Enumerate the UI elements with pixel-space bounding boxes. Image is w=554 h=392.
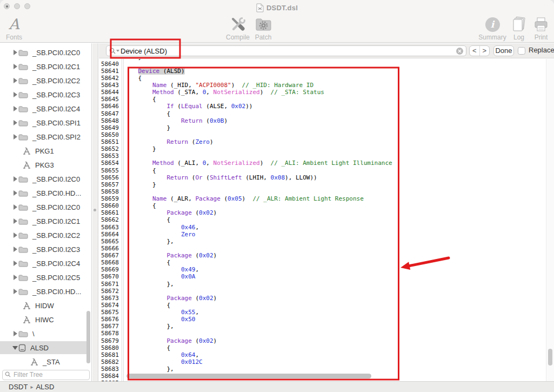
filter-tree-input[interactable]: [2, 370, 90, 380]
code-line[interactable]: 58648 Return (0x0B): [99, 117, 546, 124]
toolbar-patch-button[interactable]: Patch: [251, 16, 276, 41]
code-line[interactable]: 58680 {: [99, 344, 546, 351]
code-line[interactable]: 58657 }: [99, 181, 546, 188]
tree-item--[interactable]: \: [0, 327, 86, 340]
code-line[interactable]: 58651 Return (Zero): [99, 138, 546, 145]
code-line[interactable]: 58645 {: [99, 96, 546, 103]
code-line[interactable]: 58679 Package (0x02): [99, 337, 546, 344]
tree-item--sb-pci0-hd-[interactable]: _SB.PCI0.HD...: [0, 285, 86, 298]
code-line[interactable]: 58668 {: [99, 259, 546, 266]
code-line[interactable]: 58678: [99, 330, 546, 337]
code-line[interactable]: 58646 If (LEqual (ALSE, 0x02)): [99, 103, 546, 110]
tree-item--sb-pci0-spi2[interactable]: _SB.PCI0.SPI2: [0, 130, 86, 143]
code-line[interactable]: 58650: [99, 131, 546, 138]
disclosure-triangle-icon[interactable]: [12, 261, 18, 266]
code-area[interactable]: 58639 }5864058641 Device (ALSD)58642 {58…: [99, 59, 546, 381]
disclosure-triangle-icon[interactable]: [12, 78, 18, 83]
tree-item--sb-pci0-spi1[interactable]: _SB.PCI0.SPI1: [0, 116, 86, 129]
code-line[interactable]: 58666: [99, 245, 546, 252]
disclosure-triangle-icon[interactable]: [12, 50, 18, 55]
disclosure-triangle-icon[interactable]: [12, 247, 18, 252]
tree-item--sb-pci0-i2c5[interactable]: _SB.PCI0.I2C5: [0, 271, 86, 284]
code-line[interactable]: 58677 },: [99, 323, 546, 330]
tree-item--sb-pci0-i2c2[interactable]: _SB.PCI0.I2C2: [0, 74, 86, 87]
tree-item--sb-pci0-i2c4[interactable]: _SB.PCI0.I2C4: [0, 102, 86, 115]
disclosure-triangle-icon[interactable]: [12, 190, 18, 196]
replace-checkbox[interactable]: [518, 47, 525, 55]
toolbar-compile-button[interactable]: Compile: [224, 16, 252, 41]
vertical-scrollbar-thumb[interactable]: [548, 349, 552, 366]
code-line[interactable]: 58681 0x64,: [99, 351, 546, 358]
toolbar-log-button[interactable]: Log: [509, 16, 529, 41]
code-line[interactable]: 58682 0x012C: [99, 358, 546, 366]
disclosure-triangle-icon[interactable]: [12, 232, 18, 238]
code-line[interactable]: 58649 }: [99, 124, 546, 131]
search-menu-chevron-icon[interactable]: [116, 50, 119, 52]
code-line[interactable]: 58664 Zero: [99, 231, 546, 238]
tree-item--sb-pci0-hd-[interactable]: _SB.PCI0.HD...: [0, 187, 86, 200]
clear-search-button[interactable]: [456, 48, 463, 55]
code-line[interactable]: 58654 Method (_ALI, 0, NotSerialized) //…: [99, 160, 546, 167]
find-next-button[interactable]: >: [480, 46, 490, 56]
disclosure-triangle-icon[interactable]: [12, 92, 18, 97]
disclosure-triangle-icon[interactable]: [12, 289, 18, 294]
code-line[interactable]: 58669 0x49,: [99, 266, 546, 273]
disclosure-triangle-icon[interactable]: [12, 346, 18, 350]
code-line[interactable]: 58659 Name (_ALR, Package (0x05) // _ALR…: [99, 195, 546, 202]
find-input[interactable]: [106, 45, 466, 56]
code-line[interactable]: 58655 {: [99, 167, 546, 174]
disclosure-triangle-icon[interactable]: [12, 134, 18, 139]
code-line[interactable]: 58675 0x55,: [99, 309, 546, 316]
code-line[interactable]: 58670 0x0A: [99, 273, 546, 280]
code-line[interactable]: 58647 {: [99, 110, 546, 117]
toolbar-print-button[interactable]: Print: [530, 16, 552, 41]
code-line[interactable]: 58643 Name (_HID, "ACPI0008") // _HID: H…: [99, 82, 546, 89]
code-line[interactable]: 58676 0x50: [99, 316, 546, 323]
code-line[interactable]: 58661 Package (0x02): [99, 209, 546, 216]
tree-item--sb-pci0-i2c1[interactable]: _SB.PCI0.I2C1: [0, 60, 86, 73]
tree-item-hidw[interactable]: HIDW: [0, 299, 86, 312]
tree-item--sb-pci0-i2c0[interactable]: _SB.PCI0.I2C0: [0, 172, 86, 185]
disclosure-triangle-icon[interactable]: [12, 331, 18, 336]
tree-item--sb-pci0-i2c3[interactable]: _SB.PCI0.I2C3: [0, 243, 86, 256]
code-line[interactable]: 58642 {: [99, 75, 546, 82]
code-line[interactable]: 58656 Return (Or (ShiftLeft (LHIH, 0x08)…: [99, 174, 546, 181]
code-line[interactable]: 58641 Device (ALSD): [99, 68, 546, 75]
code-line[interactable]: 58662 {: [99, 216, 546, 223]
tree-item--sta[interactable]: _STA: [0, 355, 86, 368]
disclosure-triangle-icon[interactable]: [12, 120, 18, 125]
code-line[interactable]: 58658: [99, 188, 546, 195]
sidebar-scrollbar-thumb[interactable]: [86, 311, 90, 363]
tree-item--sb-pci0-i2c4[interactable]: _SB.PCI0.I2C4: [0, 257, 86, 270]
tree-item-alsd[interactable]: ALSD: [0, 341, 86, 354]
code-line[interactable]: 58673 Package (0x02): [99, 295, 546, 302]
done-button[interactable]: Done: [493, 45, 514, 56]
disclosure-triangle-icon[interactable]: [12, 218, 18, 224]
tree-item--sb-pci0-i2c3[interactable]: _SB.PCI0.I2C3: [0, 88, 86, 101]
code-line[interactable]: 58640: [99, 61, 546, 68]
disclosure-triangle-icon[interactable]: [12, 106, 18, 111]
tree-item--sb-pci0-i2c0[interactable]: _SB.PCI0.I2C0: [0, 201, 86, 214]
find-previous-button[interactable]: <: [470, 46, 480, 56]
tree-item-pkg3[interactable]: PKG3: [0, 158, 86, 171]
disclosure-triangle-icon[interactable]: [12, 275, 18, 280]
code-line[interactable]: 58665 },: [99, 238, 546, 245]
disclosure-triangle-icon[interactable]: [12, 176, 18, 182]
code-line[interactable]: 58660 {: [99, 202, 546, 209]
code-line[interactable]: 58653: [99, 152, 546, 160]
code-line[interactable]: 58652 }: [99, 145, 546, 152]
code-line[interactable]: 58683 },: [99, 366, 546, 373]
code-line[interactable]: 58663 0x46,: [99, 224, 546, 231]
tree-item-hiwc[interactable]: HIWC: [0, 313, 86, 326]
code-line[interactable]: 58671 },: [99, 281, 546, 288]
pane-splitter[interactable]: [92, 43, 98, 381]
horizontal-scrollbar-thumb[interactable]: [126, 374, 371, 378]
tree-item--sb-pci0-i2c0[interactable]: _SB.PCI0.I2C0: [0, 46, 86, 59]
code-line[interactable]: 58644 Method (_STA, 0, NotSerialized) //…: [99, 89, 546, 96]
code-line[interactable]: 58667 Package (0x02): [99, 252, 546, 259]
toolbar-summary-button[interactable]: i Summary: [478, 16, 506, 41]
disclosure-triangle-icon[interactable]: [12, 204, 18, 210]
code-line[interactable]: 58674 {: [99, 302, 546, 309]
disclosure-triangle-icon[interactable]: [12, 64, 18, 69]
tree-item-pkg1[interactable]: PKG1: [0, 144, 86, 157]
